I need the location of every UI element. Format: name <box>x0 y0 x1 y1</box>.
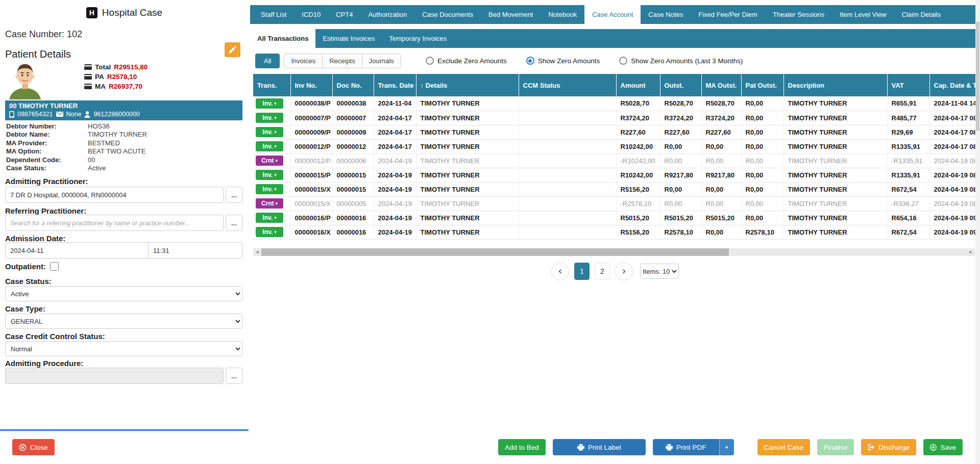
info-row-debtor-number: Debtor Number:HOS36 <box>6 122 242 131</box>
filter-journals-button[interactable]: Journals <box>362 54 401 68</box>
tab-fixed-fee-per-diem[interactable]: Fixed Fee/Per Diem <box>691 5 765 24</box>
close-button[interactable]: Close <box>12 439 55 455</box>
transaction-type-badge[interactable]: Inv.▾ <box>256 113 283 123</box>
transaction-row[interactable]: Inv.▾00000015/X000000152024-04-19TIMOTHY… <box>253 182 979 196</box>
column-header-pat-outst[interactable]: Pat Outst. <box>741 74 783 96</box>
cancel-case-button[interactable]: Cancel Case <box>757 439 810 455</box>
filter-receipts-button[interactable]: Receipts <box>322 54 362 68</box>
cell-ccm <box>519 111 616 125</box>
tab-notebook[interactable]: Notebook <box>541 5 584 24</box>
print-pdf-button[interactable]: Print PDF <box>653 439 719 455</box>
admission-time-input[interactable] <box>148 242 242 259</box>
transaction-type-badge[interactable]: Crnt▾ <box>256 198 283 209</box>
transaction-row[interactable]: Inv.▾00000007/P000000072024-04-17TIMOTHY… <box>253 111 979 125</box>
transaction-type-badge[interactable]: Inv.▾ <box>256 141 283 151</box>
filter-all-button[interactable]: All <box>255 54 280 68</box>
transaction-type-badge[interactable]: Inv.▾ <box>256 127 283 137</box>
tab-icd10[interactable]: ICD10 <box>294 5 328 24</box>
admitting-practitioner-more-button[interactable]: ... <box>226 187 242 203</box>
save-button[interactable]: Save <box>923 439 963 455</box>
case-credit-control-select[interactable]: Normal <box>5 341 242 356</box>
horizontal-scrollbar[interactable]: ◄ ► <box>253 248 975 256</box>
caret-down-icon: ▾ <box>276 201 278 206</box>
discharge-button[interactable]: Discharge <box>861 439 916 455</box>
scroll-left-arrow-icon[interactable]: ◄ <box>253 248 261 256</box>
outpatient-checkbox[interactable] <box>50 262 59 271</box>
column-header-outst[interactable]: Outst. <box>660 74 701 96</box>
column-header-details[interactable]: ↑ Details <box>416 74 519 96</box>
add-to-bed-button[interactable]: Add to Bed <box>498 439 546 455</box>
column-header-doc-no[interactable]: Doc No. <box>332 74 374 96</box>
credit-card-icon <box>84 84 92 89</box>
referring-practitioner-more-button[interactable]: ... <box>226 215 242 231</box>
admission-date-input[interactable] <box>5 242 149 259</box>
admitting-procedure-more-button[interactable]: ... <box>226 368 242 384</box>
tab-case-documents[interactable]: Case Documents <box>414 5 481 24</box>
tab-authorization[interactable]: Authorization <box>360 5 414 24</box>
case-type-field: GENERAL <box>5 314 242 329</box>
next-page-button[interactable]: › <box>615 263 633 280</box>
column-header-ma-outst[interactable]: MA Outst. <box>701 74 741 96</box>
subtab-all-transactions[interactable]: All Transactions <box>250 29 315 48</box>
prev-page-button[interactable]: ‹ <box>551 263 569 280</box>
page-button-1[interactable]: 1 <box>574 263 590 280</box>
column-header-trans-date[interactable]: Trans. Date <box>374 74 416 96</box>
column-header-description[interactable]: Description <box>783 74 887 96</box>
print-pdf-dropdown-toggle[interactable]: ▲ <box>719 439 734 455</box>
transaction-row[interactable]: Inv.▾00000038/P000000382024-11-04TIMOTHY… <box>253 96 979 111</box>
column-header-cap-date-tim[interactable]: Cap. Date & Tim <box>929 74 979 96</box>
cell-inv_no: 00000015/X <box>290 196 332 211</box>
radio-show-zero-amounts-last-3-months[interactable]: Show Zero Amounts (Last 3 Months) <box>619 57 743 65</box>
print-label-button[interactable]: Print Label <box>553 439 646 455</box>
transaction-type-badge[interactable]: Inv.▾ <box>256 184 283 194</box>
admitting-practitioner-input[interactable] <box>5 187 224 203</box>
badge-label: Inv. <box>262 186 273 193</box>
page-button-2[interactable]: 2 <box>595 263 610 280</box>
transaction-type-badge[interactable]: Inv.▾ <box>256 98 283 109</box>
column-header-trans[interactable]: Trans. <box>253 74 290 96</box>
cell-pat_outst: R0,00 <box>741 196 783 211</box>
transaction-row[interactable]: Inv.▾00000016/P000000162024-04-19TIMOTHY… <box>253 211 979 225</box>
subtab-estimate-invoices[interactable]: Estimate Invoices <box>315 29 382 48</box>
referring-practitioner-input[interactable] <box>5 215 224 231</box>
scroll-right-arrow-icon[interactable]: ► <box>967 248 975 256</box>
cell-inv_no: 00000012/P <box>290 139 332 153</box>
column-header-inv-no[interactable]: Inv No. <box>290 74 332 96</box>
transaction-row[interactable]: Crnt▾00000015/X000000052024-04-19TIMOTHY… <box>253 196 979 211</box>
scrollbar-thumb[interactable] <box>261 248 729 256</box>
tab-case-account[interactable]: Case Account <box>584 5 641 24</box>
transaction-type-badge[interactable]: Crnt▾ <box>256 156 283 166</box>
column-header-amount[interactable]: Amount <box>616 74 660 96</box>
transaction-type-badge[interactable]: Inv.▾ <box>256 170 283 180</box>
tab-bed-movement[interactable]: Bed Movement <box>481 5 541 24</box>
items-per-page-select[interactable]: Items: 10 <box>640 264 679 279</box>
tab-theater-sessions[interactable]: Theater Sessions <box>765 5 832 24</box>
column-header-vat[interactable]: VAT <box>887 74 929 96</box>
filter-invoices-button[interactable]: Invoices <box>284 54 323 68</box>
transaction-row[interactable]: Inv.▾00000012/P000000122024-04-17TIMOTHY… <box>253 139 979 153</box>
tab-cpt4[interactable]: CPT4 <box>328 5 360 24</box>
page-scrollbar[interactable] <box>975 0 980 464</box>
radio-exclude-zero-amounts[interactable]: Exclude Zero Amounts <box>426 57 507 65</box>
page-scrollbar-thumb[interactable] <box>976 21 979 131</box>
tab-claim-details[interactable]: Claim Details <box>894 5 949 24</box>
edit-patient-button[interactable] <box>225 42 240 57</box>
subtab-temporary-invoices[interactable]: Temporary Invoices <box>382 29 454 48</box>
case-status-select[interactable]: Active <box>5 286 242 301</box>
patient-name: 00 TIMOTHY TURNER <box>9 101 238 110</box>
transaction-row[interactable]: Inv.▾00000016/X000000162024-04-19TIMOTHY… <box>253 225 979 239</box>
transaction-type-badge[interactable]: Inv.▾ <box>256 227 283 237</box>
case-type-select[interactable]: GENERAL <box>5 314 242 329</box>
tab-staff-list[interactable]: Staff List <box>253 5 294 24</box>
column-header-ccm-status[interactable]: CCM Status <box>519 74 616 96</box>
transaction-row[interactable]: Inv.▾00000015/P000000152024-04-19TIMOTHY… <box>253 168 979 182</box>
transaction-row[interactable]: Crnt▾00000012/P000000062024-04-19TIMOTHY… <box>253 153 979 168</box>
transaction-row[interactable]: Inv.▾00000009/P000000092024-04-17TIMOTHY… <box>253 125 979 139</box>
cell-ma_outst: R5028,70 <box>701 96 741 111</box>
transaction-type-badge[interactable]: Inv.▾ <box>256 213 283 223</box>
tab-case-notes[interactable]: Case Notes <box>641 5 691 24</box>
tab-item-level-view[interactable]: Item Level View <box>832 5 894 24</box>
patient-banner[interactable]: 00 TIMOTHY TURNER 0987654321 None 961228… <box>5 100 242 120</box>
finalise-button[interactable]: Finalise <box>817 439 854 455</box>
radio-show-zero-amounts[interactable]: Show Zero Amounts <box>526 57 600 65</box>
